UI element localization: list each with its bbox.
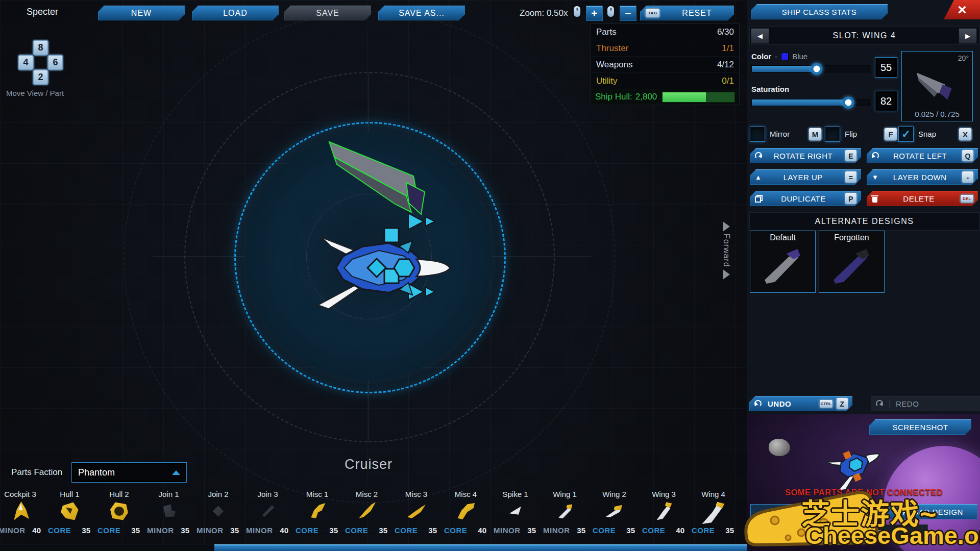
color-row: Color - Blue: [751, 52, 807, 61]
color-label: Color: [751, 52, 771, 61]
part-icon-join-2: [209, 502, 228, 521]
new-button[interactable]: NEW: [98, 6, 185, 20]
part-cell-wing-1[interactable]: Wing 1 MINOR35: [540, 487, 590, 541]
part-cell-join-3[interactable]: Join 3 MINOR40: [243, 487, 292, 541]
layer-up-key-badge: =: [845, 171, 857, 183]
part-cell-join-1[interactable]: Join 1 MINOR35: [144, 487, 193, 541]
rotate-right-button[interactable]: ROTATE RIGHT E: [750, 148, 861, 163]
hull-bar-fill: [663, 92, 705, 102]
stat-row-parts: Parts 6/30: [591, 24, 739, 40]
zoom-in-button[interactable]: +: [586, 6, 603, 21]
design-default-wing-icon: [754, 243, 811, 290]
part-cell-wing-4[interactable]: Wing 4 CORE35: [689, 487, 738, 541]
part-icon-cockpit-3: [11, 502, 30, 521]
part-cell-misc-1[interactable]: Misc 1 CORE35: [292, 487, 342, 541]
delete-key-badge: DEL: [960, 194, 974, 203]
parts-scrollbar-thumb[interactable]: [214, 544, 747, 551]
slot-header: SLOT: WING 4: [749, 27, 979, 45]
move-hint-label: Move View / Part: [6, 89, 64, 97]
layer-down-key-badge: -: [962, 171, 974, 183]
part-cell-join-2[interactable]: Join 2 MINOR35: [193, 487, 243, 541]
part-icon-wing-2: [605, 502, 624, 521]
parts-faction-label: Parts Faction: [11, 467, 62, 478]
zoom-level-label: Zoom: 0.50x: [520, 8, 568, 18]
part-cell-misc-4[interactable]: Misc 4 CORE40: [441, 487, 491, 541]
selected-wing-part: [329, 142, 425, 214]
saturation-slider[interactable]: [751, 99, 870, 106]
hull-label: Ship Hull:: [595, 92, 632, 102]
part-cell-hull-1[interactable]: Hull 1 CORE35: [45, 487, 94, 541]
design-thumb-forgotten[interactable]: Forgotten: [819, 231, 885, 293]
ship-editor-app: Cruiser Forward Specter NEW LOAD SAVE SA…: [0, 0, 980, 551]
undo-icon: [754, 400, 762, 407]
forward-arrow-icon: [723, 221, 730, 232]
layer-down-button[interactable]: ▼ LAYER DOWN -: [867, 169, 978, 185]
undo-button[interactable]: UNDO CTRL Z: [749, 396, 852, 411]
trash-icon: [872, 195, 878, 203]
rotate-left-key-badge: Q: [962, 149, 974, 162]
saturation-slider-thumb[interactable]: [842, 97, 854, 109]
part-icon-wing-1: [555, 502, 575, 521]
part-cell-wing-3[interactable]: Wing 3 CORE40: [639, 487, 689, 541]
layer-up-button[interactable]: ▲ LAYER UP =: [750, 169, 861, 185]
ship-render[interactable]: [286, 128, 480, 311]
reset-label: RESET: [660, 9, 734, 18]
snap-checkbox[interactable]: ✓: [898, 127, 914, 142]
numpad-2-key-icon: 2: [33, 69, 48, 85]
numpad-4-key-icon: 4: [18, 55, 34, 70]
part-preview-wing-icon: [908, 61, 964, 107]
z-key-badge: Z: [836, 397, 848, 410]
slot-next-button[interactable]: ▶: [959, 28, 977, 44]
design-forgotten-wing-icon: [823, 243, 879, 290]
color-slider-thumb[interactable]: [811, 63, 822, 75]
color-slider[interactable]: [751, 65, 870, 72]
reset-view-button[interactable]: TAB RESET: [640, 6, 734, 20]
part-cell-misc-3[interactable]: Misc 3 CORE35: [391, 487, 441, 541]
forward-arrow-icon: [723, 269, 730, 280]
save-as-button[interactable]: SAVE AS...: [378, 6, 465, 20]
arrow-up-icon: ▲: [755, 173, 762, 181]
part-icon-hull-1: [60, 502, 80, 521]
faction-selected-value: Phantom: [78, 467, 115, 478]
rotate-right-key-badge: E: [845, 149, 857, 162]
saturation-value-box[interactable]: 82: [875, 91, 897, 111]
ship-name-label: Specter: [27, 7, 58, 17]
part-cell-spike-1[interactable]: Spike 1 MINOR35: [491, 487, 540, 541]
save-button[interactable]: SAVE: [284, 6, 371, 20]
forward-label: Forward: [722, 234, 731, 267]
part-preview-box: 20° 0.025 / 0.725: [901, 51, 973, 121]
mouse-scroll-up-icon: [574, 6, 580, 17]
mirror-checkbox[interactable]: [750, 127, 765, 142]
tab-key-badge: TAB: [645, 8, 660, 18]
part-icon-misc-3: [407, 502, 426, 521]
redo-icon: [876, 400, 883, 407]
stat-row-utility: Utility 0/1: [591, 73, 739, 89]
delete-button[interactable]: DELETE DEL: [867, 191, 978, 206]
load-button[interactable]: LOAD: [192, 6, 279, 20]
editor-side-panel: SHIP CLASS STATS × SLOT: WING 4 ◀ ▶ Colo…: [747, 0, 980, 551]
zoom-out-button[interactable]: −: [620, 6, 636, 21]
rotate-left-button[interactable]: ROTATE LEFT Q: [867, 148, 978, 163]
part-cell-cockpit-3[interactable]: Cockpit 3 MINOR40: [0, 487, 45, 541]
snap-checkmark-icon: ✓: [901, 128, 911, 140]
stat-row-thruster: Thruster 1/1: [591, 40, 739, 57]
alternate-designs-header: ALTERNATE DESIGNS: [749, 212, 979, 231]
screenshot-button[interactable]: SCREENSHOT: [869, 419, 971, 435]
slot-prev-button[interactable]: ◀: [751, 28, 769, 44]
ship-class-stats-button[interactable]: SHIP CLASS STATS: [751, 4, 888, 19]
part-cell-hull-2[interactable]: Hull 2 CORE35: [94, 487, 144, 541]
close-editor-button[interactable]: ×: [944, 0, 980, 19]
color-name: Blue: [792, 52, 807, 61]
parts-scrollbar-track[interactable]: [0, 544, 747, 551]
design-thumb-default[interactable]: Default: [750, 231, 816, 293]
duplicate-button[interactable]: DUPLICATE P: [750, 191, 861, 206]
part-cell-misc-2[interactable]: Misc 2 CORE35: [342, 487, 391, 541]
flip-checkbox[interactable]: [825, 127, 840, 142]
snap-label: Snap: [918, 130, 936, 138]
parts-faction-dropdown[interactable]: Phantom: [71, 462, 187, 483]
redo-button[interactable]: REDO: [871, 396, 980, 411]
mirror-key-badge: M: [808, 128, 822, 141]
forward-indicator: Forward: [714, 221, 739, 298]
part-cell-wing-2[interactable]: Wing 2 CORE35: [590, 487, 639, 541]
color-value-box[interactable]: 55: [875, 57, 897, 78]
